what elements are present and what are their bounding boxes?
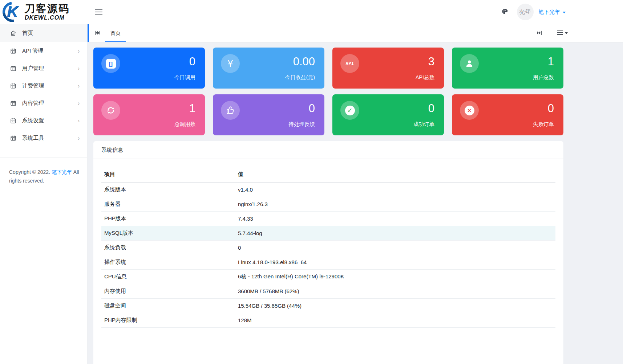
main-area: 首页 — [88, 24, 623, 364]
sidebar-item-label: 计费管理 — [22, 82, 44, 89]
header-right: 光年 笔下光年 — [501, 4, 566, 20]
sidebar-toggle-button[interactable] — [95, 7, 106, 17]
item-cell: PHP版本 — [101, 212, 235, 226]
stat-card-user-total: 1用户总数 — [452, 48, 563, 89]
chevron-right-icon: › — [78, 135, 80, 141]
copyright-link[interactable]: 笔下光年 — [52, 169, 72, 175]
table-row: CPU信息6核 - 12th Gen Intel(R) Core(TM) i9-… — [101, 270, 555, 284]
palette-icon — [501, 8, 508, 16]
copyright: Copyright © 2022. 笔下光年 All rights reserv… — [0, 158, 87, 185]
avatar-text: 光年 — [519, 7, 532, 17]
stat-value: 3 — [428, 55, 434, 68]
sidebar-item-billing[interactable]: 计费管理› — [0, 77, 87, 94]
sync-icon — [101, 101, 120, 120]
content: []0今日调用¥0.00今日收益(元)API3API总数1用户总数1总调用数0待… — [88, 42, 623, 364]
avatar[interactable]: 光年 — [517, 4, 534, 20]
sidebar-item-label: 用户管理 — [22, 65, 44, 72]
stat-value: 0 — [428, 102, 434, 115]
chevron-right-icon: › — [78, 48, 80, 54]
user-icon — [460, 54, 479, 73]
tab-bar-controls — [531, 24, 568, 42]
chevron-right-icon: › — [78, 65, 80, 71]
sidebar-item-label: 首页 — [22, 30, 33, 37]
api-text-icon: API — [340, 54, 359, 73]
value-cell: 0 — [235, 241, 555, 255]
sidebar-item-settings[interactable]: 系统设置› — [0, 112, 87, 129]
logo-subtitle: DKEWL.COM — [25, 15, 70, 21]
username: 笔下光年 — [538, 9, 560, 16]
table-row: 系统版本v1.4.0 — [101, 183, 555, 197]
value-cell: 7.4.33 — [235, 212, 555, 226]
tabs-scroll-right-button[interactable] — [531, 30, 547, 36]
stat-card-success-orders: ✓0成功订单 — [332, 94, 444, 135]
sidebar-item-label: 内容管理 — [22, 100, 44, 107]
table-row: 服务器nginx/1.26.3 — [101, 197, 555, 212]
item-cell: MySQL版本 — [101, 226, 235, 241]
calendar-icon — [9, 134, 17, 142]
stat-value: 0 — [548, 102, 554, 115]
tab-label: 首页 — [110, 30, 121, 37]
column-header-value: 值 — [235, 167, 555, 183]
logo-mark-icon: K — [1, 1, 24, 23]
x-circle-icon: × — [460, 101, 479, 120]
value-cell: 6核 - 12th Gen Intel(R) Core(TM) i9-12900… — [235, 270, 555, 284]
stat-label: 成功订单 — [413, 121, 434, 128]
home-icon — [9, 29, 17, 37]
tab-bar: 首页 — [88, 24, 623, 42]
item-cell: 磁盘空间 — [101, 299, 235, 313]
item-cell: 内存使用 — [101, 284, 235, 299]
item-cell: 操作系统 — [101, 255, 235, 270]
stat-label: 失败订单 — [533, 121, 554, 128]
logo-title: 刀客源码 — [25, 4, 70, 14]
stat-value: 0 — [309, 102, 315, 115]
stat-card-pending-feedback: 0待处理反馈 — [213, 94, 324, 135]
column-header-item: 项目 — [101, 167, 235, 183]
app-window: K 刀客源码 DKEWL.COM 光年 — [0, 0, 623, 364]
list-menu-icon — [557, 30, 563, 36]
calendar-icon — [9, 47, 17, 54]
theme-palette-button[interactable] — [501, 8, 508, 16]
table-row: 操作系统Linux 4.18.0-193.el8.x86_64 — [101, 255, 555, 270]
caret-down-icon — [563, 12, 566, 13]
user-menu[interactable]: 笔下光年 — [538, 9, 566, 16]
stat-card-failed-orders: ×0失败订单 — [452, 94, 563, 135]
value-cell: 3600MB / 5768MB (62%) — [235, 284, 555, 299]
table-row: MySQL版本5.7.44-log — [101, 226, 555, 241]
skip-forward-icon — [537, 30, 542, 36]
sidebar-item-content[interactable]: 内容管理› — [0, 94, 87, 112]
sidebar-item-api[interactable]: API 管理› — [0, 42, 87, 60]
chevron-right-icon: › — [78, 100, 80, 106]
table-row: 磁盘空间15.54GB / 35.65GB (44%) — [101, 299, 555, 313]
value-cell: 15.54GB / 35.65GB (44%) — [235, 299, 555, 313]
stat-label: API总数 — [416, 74, 434, 81]
stat-label: 今日收益(元) — [285, 74, 315, 81]
stat-card-total-calls: 1总调用数 — [93, 94, 205, 135]
tab-home[interactable]: 首页 — [105, 24, 126, 42]
stat-label: 用户总数 — [533, 74, 554, 81]
table-row: PHP版本7.4.33 — [101, 212, 555, 226]
sidebar-menu: 首页API 管理›用户管理›计费管理›内容管理›系统设置›系统工具› — [0, 24, 87, 147]
item-cell: 服务器 — [101, 197, 235, 212]
sidebar: 首页API 管理›用户管理›计费管理›内容管理›系统设置›系统工具› Copyr… — [0, 24, 88, 364]
table-row: 系统负载0 — [101, 241, 555, 255]
sidebar-item-tools[interactable]: 系统工具› — [0, 129, 87, 147]
sidebar-item-users[interactable]: 用户管理› — [0, 60, 87, 77]
stat-label: 待处理反馈 — [289, 121, 315, 128]
chevron-right-icon: › — [78, 83, 80, 89]
table-row: 内存使用3600MB / 5768MB (62%) — [101, 284, 555, 299]
logo[interactable]: K 刀客源码 DKEWL.COM — [0, 0, 88, 24]
sidebar-item-label: 系统设置 — [22, 117, 44, 124]
sidebar-item-home[interactable]: 首页 — [0, 24, 87, 42]
calendar-icon — [9, 99, 17, 107]
item-cell: CPU信息 — [101, 270, 235, 284]
tab-actions-menu-button[interactable] — [557, 30, 568, 36]
tabs-scroll-left-button[interactable] — [89, 24, 105, 42]
item-cell: 系统负载 — [101, 241, 235, 255]
calendar-icon — [9, 65, 17, 72]
system-info-table: 项目 值 系统版本v1.4.0服务器nginx/1.26.3PHP版本7.4.3… — [101, 167, 555, 328]
stat-label: 总调用数 — [174, 121, 195, 128]
stat-card-today-income: ¥0.00今日收益(元) — [213, 48, 324, 89]
calendar-icon — [9, 117, 17, 124]
system-info-table-body: 系统版本v1.4.0服务器nginx/1.26.3PHP版本7.4.33MySQ… — [101, 183, 555, 328]
stat-label: 今日调用 — [174, 74, 195, 81]
